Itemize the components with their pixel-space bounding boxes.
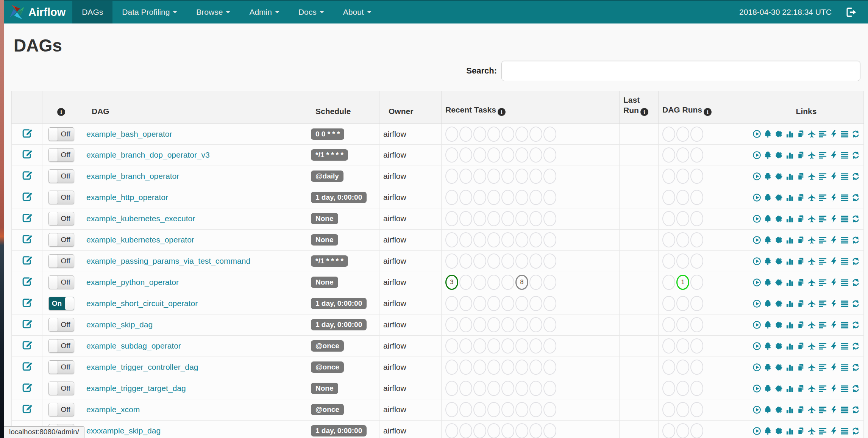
nav-item-data-profiling[interactable]: Data Profiling [112, 1, 187, 23]
task-tries-link[interactable] [796, 172, 805, 181]
dag-link[interactable]: example_subdag_operator [86, 341, 181, 350]
search-input[interactable] [501, 61, 860, 81]
dag-details-link[interactable] [840, 236, 849, 244]
nav-item-admin[interactable]: Admin [240, 1, 289, 23]
dag-link[interactable]: example_passing_params_via_test_command [86, 257, 250, 265]
dag-pause-toggle[interactable]: Off [48, 382, 74, 395]
schedule-badge[interactable]: @once [311, 340, 344, 352]
graph-view-link[interactable] [774, 236, 783, 244]
edit-dag-icon[interactable] [22, 403, 33, 414]
refresh-link[interactable] [851, 151, 860, 160]
refresh-link[interactable] [851, 342, 860, 350]
landing-times-link[interactable] [807, 299, 816, 308]
landing-times-link[interactable] [807, 236, 816, 244]
code-view-link[interactable] [829, 214, 838, 223]
task-duration-link[interactable] [785, 257, 794, 266]
refresh-link[interactable] [851, 236, 860, 244]
edit-dag-icon[interactable] [22, 382, 33, 393]
graph-view-link[interactable] [774, 427, 783, 435]
graph-view-link[interactable] [774, 278, 783, 287]
gantt-view-link[interactable] [818, 257, 827, 266]
code-view-link[interactable] [829, 384, 838, 393]
trigger-dag-link[interactable] [752, 405, 761, 414]
dag-details-link[interactable] [840, 130, 849, 138]
dag-pause-toggle[interactable]: Off [48, 339, 74, 353]
gantt-view-link[interactable] [818, 278, 827, 287]
dag-link[interactable]: example_trigger_target_dag [86, 384, 186, 393]
dag-details-link[interactable] [840, 257, 849, 266]
task-duration-link[interactable] [785, 363, 794, 372]
graph-view-link[interactable] [774, 363, 783, 372]
dag-details-link[interactable] [840, 405, 849, 414]
tree-view-link[interactable] [763, 321, 772, 329]
nav-item-docs[interactable]: Docs [289, 1, 334, 23]
refresh-link[interactable] [851, 363, 860, 372]
dag-details-link[interactable] [840, 299, 849, 308]
logout-button[interactable] [845, 6, 857, 18]
gantt-view-link[interactable] [818, 151, 827, 160]
graph-view-link[interactable] [774, 321, 783, 329]
gantt-view-link[interactable] [818, 427, 827, 435]
dag-link[interactable]: example_bash_operator [86, 130, 172, 138]
tree-view-link[interactable] [763, 299, 772, 308]
graph-view-link[interactable] [774, 299, 783, 308]
schedule-badge[interactable]: 1 day, 0:00:00 [311, 319, 367, 330]
landing-times-link[interactable] [807, 214, 816, 223]
schedule-badge[interactable]: */1 * * * * [311, 255, 348, 267]
schedule-badge[interactable]: @once [311, 404, 344, 415]
graph-view-link[interactable] [774, 151, 783, 160]
dag-pause-toggle[interactable]: Off [48, 169, 74, 183]
edit-dag-icon[interactable] [22, 318, 33, 329]
task-tries-link[interactable] [796, 384, 805, 393]
landing-times-link[interactable] [807, 342, 816, 350]
landing-times-link[interactable] [807, 278, 816, 287]
landing-times-link[interactable] [807, 257, 816, 266]
gantt-view-link[interactable] [818, 214, 827, 223]
task-tries-link[interactable] [796, 405, 805, 414]
refresh-link[interactable] [851, 384, 860, 393]
refresh-link[interactable] [851, 130, 860, 138]
task-duration-link[interactable] [785, 342, 794, 350]
dag-link[interactable]: example_skip_dag [86, 320, 153, 329]
landing-times-link[interactable] [807, 193, 816, 202]
code-view-link[interactable] [829, 321, 838, 329]
schedule-badge[interactable]: 1 day, 0:00:00 [311, 298, 367, 309]
dag-details-link[interactable] [840, 427, 849, 435]
task-duration-link[interactable] [785, 427, 794, 435]
refresh-link[interactable] [851, 214, 860, 223]
graph-view-link[interactable] [774, 342, 783, 350]
landing-times-link[interactable] [807, 321, 816, 329]
code-view-link[interactable] [829, 236, 838, 244]
trigger-dag-link[interactable] [752, 342, 761, 350]
code-view-link[interactable] [829, 363, 838, 372]
graph-view-link[interactable] [774, 193, 783, 202]
task-tries-link[interactable] [796, 278, 805, 287]
trigger-dag-link[interactable] [752, 172, 761, 181]
task-duration-link[interactable] [785, 214, 794, 223]
landing-times-link[interactable] [807, 405, 816, 414]
gantt-view-link[interactable] [818, 321, 827, 329]
dag-link[interactable]: example_python_operator [86, 278, 179, 286]
edit-dag-icon[interactable] [22, 170, 33, 181]
graph-view-link[interactable] [774, 172, 783, 181]
task-count-circle[interactable]: 1 [676, 275, 689, 290]
trigger-dag-link[interactable] [752, 193, 761, 202]
tree-view-link[interactable] [763, 278, 772, 287]
dag-details-link[interactable] [840, 151, 849, 160]
code-view-link[interactable] [829, 299, 838, 308]
code-view-link[interactable] [829, 130, 838, 138]
graph-view-link[interactable] [774, 405, 783, 414]
graph-view-link[interactable] [774, 130, 783, 138]
trigger-dag-link[interactable] [752, 151, 761, 160]
task-duration-link[interactable] [785, 321, 794, 329]
tree-view-link[interactable] [763, 172, 772, 181]
dag-link[interactable]: example_branch_dop_operator_v3 [86, 150, 210, 159]
dag-link[interactable]: example_kubernetes_executor [86, 214, 195, 223]
refresh-link[interactable] [851, 427, 860, 435]
dag-pause-toggle[interactable]: Off [48, 148, 74, 162]
edit-dag-icon[interactable] [22, 361, 33, 372]
dag-pause-toggle[interactable]: Off [48, 360, 74, 374]
gantt-view-link[interactable] [818, 172, 827, 181]
tree-view-link[interactable] [763, 151, 772, 160]
schedule-badge[interactable]: None [311, 234, 338, 246]
